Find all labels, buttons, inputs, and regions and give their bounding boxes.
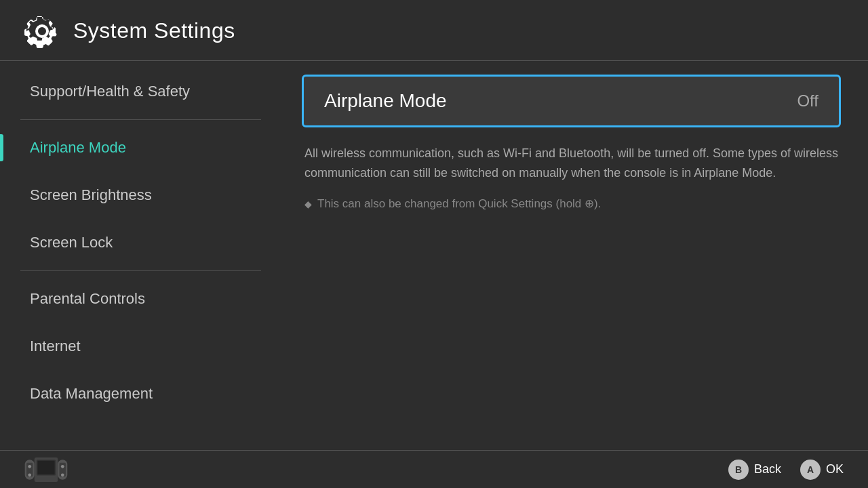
sidebar-item-screen-lock[interactable]: Screen Lock bbox=[0, 219, 281, 266]
hint-diamond-icon: ◆ bbox=[304, 199, 312, 209]
back-label: Back bbox=[754, 462, 781, 476]
back-button[interactable]: B Back bbox=[728, 460, 781, 480]
selected-item-box[interactable]: Airplane Mode Off bbox=[302, 75, 841, 127]
content-panel: Airplane Mode Off All wireless communica… bbox=[281, 61, 868, 450]
gear-icon bbox=[24, 14, 60, 49]
selected-item-value: Off bbox=[797, 92, 818, 110]
ok-button[interactable]: A OK bbox=[800, 460, 844, 480]
sidebar-item-label: Screen Lock bbox=[30, 234, 113, 251]
b-button-icon: B bbox=[728, 460, 749, 480]
header: System Settings bbox=[0, 0, 868, 61]
svg-point-10 bbox=[61, 473, 64, 476]
footer: B Back A OK bbox=[0, 450, 868, 488]
console-icon bbox=[24, 458, 68, 482]
svg-rect-6 bbox=[37, 460, 54, 474]
sidebar: Support/Health & Safety Airplane Mode Sc… bbox=[0, 61, 281, 450]
sidebar-item-parental-controls[interactable]: Parental Controls bbox=[0, 275, 281, 323]
ok-label: OK bbox=[826, 462, 844, 476]
page-title: System Settings bbox=[73, 18, 235, 43]
svg-point-2 bbox=[28, 464, 31, 468]
footer-buttons: B Back A OK bbox=[728, 460, 844, 480]
description-text: All wireless communication, such as Wi-F… bbox=[302, 144, 841, 183]
a-button-icon: A bbox=[800, 460, 821, 480]
sidebar-item-label: Airplane Mode bbox=[30, 139, 126, 157]
sidebar-item-airplane-mode[interactable]: Airplane Mode bbox=[0, 124, 281, 171]
selected-item-label: Airplane Mode bbox=[324, 90, 447, 112]
sidebar-item-label: Data Management bbox=[30, 385, 153, 403]
sidebar-item-screen-brightness[interactable]: Screen Brightness bbox=[0, 171, 281, 219]
sidebar-item-data-management[interactable]: Data Management bbox=[0, 370, 281, 418]
sidebar-item-label: Screen Brightness bbox=[30, 186, 152, 204]
footer-console-icon-area bbox=[24, 458, 68, 482]
sidebar-item-internet[interactable]: Internet bbox=[0, 323, 281, 370]
sidebar-item-support-health-safety[interactable]: Support/Health & Safety bbox=[0, 68, 281, 115]
hint-container: ◆ This can also be changed from Quick Se… bbox=[302, 197, 841, 211]
svg-point-3 bbox=[28, 473, 31, 476]
main-layout: Support/Health & Safety Airplane Mode Sc… bbox=[0, 61, 868, 450]
sidebar-divider-2 bbox=[20, 270, 261, 271]
svg-point-9 bbox=[61, 464, 64, 468]
hint-text: This can also be changed from Quick Sett… bbox=[317, 197, 601, 211]
sidebar-item-label: Parental Controls bbox=[30, 290, 145, 308]
sidebar-divider-1 bbox=[20, 119, 261, 120]
sidebar-item-label: Support/Health & Safety bbox=[30, 83, 190, 100]
sidebar-item-label: Internet bbox=[30, 338, 81, 355]
